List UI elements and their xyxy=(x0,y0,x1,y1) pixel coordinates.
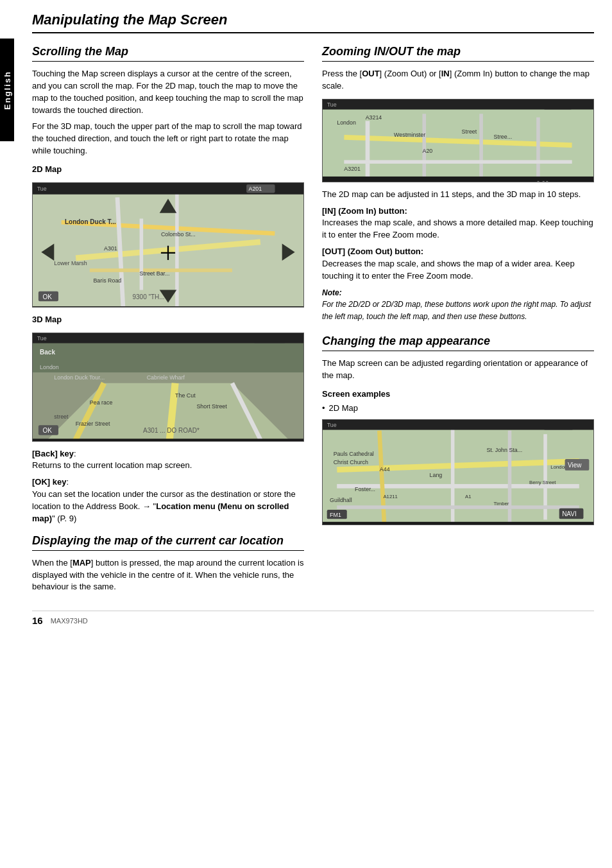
page-footer: 16 MAX973HD xyxy=(32,611,594,626)
svg-text:OK: OK xyxy=(43,293,53,300)
screen-examples-label: Screen examples xyxy=(322,388,594,401)
svg-text:View: View xyxy=(568,462,582,469)
svg-text:St. John Sta...: St. John Sta... xyxy=(486,447,522,453)
svg-text:9300 "TH...: 9300 "TH... xyxy=(132,293,164,300)
svg-text:London: London xyxy=(337,119,356,126)
in-button-label: [IN] (Zoom In) button: xyxy=(322,206,407,216)
back-key-text: [Back] key: Returns to the current locat… xyxy=(32,448,304,473)
zooming-title: Zooming IN/OUT the map xyxy=(322,45,594,62)
svg-text:Short Street: Short Street xyxy=(196,403,227,409)
svg-rect-71 xyxy=(323,177,593,182)
svg-text:A3214: A3214 xyxy=(366,114,382,121)
svg-text:Pauls Cathedral: Pauls Cathedral xyxy=(334,450,374,456)
svg-rect-45 xyxy=(33,333,303,343)
svg-text:Street: Street xyxy=(462,128,477,135)
back-key-label: [Back] key xyxy=(32,449,74,458)
svg-rect-95 xyxy=(323,420,593,430)
page-code: MAX973HD xyxy=(51,617,88,625)
svg-text:Baris Road: Baris Road xyxy=(93,277,121,284)
svg-text:Stree...: Stree... xyxy=(494,134,513,140)
zooming-body: Press the [OUT] (Zoom Out) or [IN] (Zomm… xyxy=(322,68,594,92)
svg-rect-80 xyxy=(337,505,579,509)
side-tab: English xyxy=(0,39,14,141)
map-2d-bullet-label: 2D Map xyxy=(329,403,359,413)
svg-rect-59 xyxy=(344,160,572,164)
svg-text:A20: A20 xyxy=(422,148,432,154)
svg-text:London: London xyxy=(40,363,59,370)
svg-text:London Duck Tour...: London Duck Tour... xyxy=(54,374,105,381)
note-text: For the 2D/2D or 2D/3D map, these button… xyxy=(322,300,591,321)
svg-text:A301: A301 xyxy=(104,245,117,252)
map-2d-bullet-item: • 2D Map xyxy=(322,403,594,413)
svg-rect-47 xyxy=(33,438,303,442)
svg-text:Cabriele Wharf: Cabriele Wharf xyxy=(147,374,185,381)
side-tab-label: English xyxy=(3,71,12,110)
svg-rect-73 xyxy=(323,420,593,525)
right-column: Zooming IN/OUT the map Press the [OUT] (… xyxy=(322,45,594,598)
svg-text:London: London xyxy=(550,464,567,469)
svg-rect-69 xyxy=(323,100,593,110)
map-2d-label: 2D Map xyxy=(32,164,304,176)
svg-text:Tue: Tue xyxy=(37,186,47,192)
svg-text:Lower Marsh: Lower Marsh xyxy=(54,259,87,266)
svg-rect-55 xyxy=(366,121,370,182)
svg-text:A1211: A1211 xyxy=(383,494,397,499)
in-button-desc: [IN] (Zoom In) button: Increases the map… xyxy=(322,205,594,242)
changing-body: The Map screen can be adjusted regarding… xyxy=(322,358,594,382)
back-key-desc: Returns to the current location map scre… xyxy=(32,460,192,470)
svg-text:London Duck T...: London Duck T... xyxy=(65,218,116,225)
scrolling-section: Scrolling the Map Touching the Map scree… xyxy=(32,45,304,525)
svg-rect-17 xyxy=(33,306,303,308)
out-button-desc: [OUT] (Zoom Out) button: Decreases the m… xyxy=(322,246,594,282)
map-3d-image: Back London London Duck Tour... Cabriele… xyxy=(32,333,304,442)
svg-text:A201: A201 xyxy=(248,186,262,192)
svg-text:A301 ... DO ROAD*: A301 ... DO ROAD* xyxy=(143,427,200,434)
svg-rect-57 xyxy=(479,114,483,181)
svg-text:street: street xyxy=(54,413,69,420)
svg-text:Colombo St...: Colombo St... xyxy=(161,231,196,238)
svg-text:OK: OK xyxy=(43,427,53,434)
note-label: Note: xyxy=(322,288,342,297)
ok-key-text: [OK] key: You can set the location under… xyxy=(32,476,304,525)
svg-text:Back: Back xyxy=(40,349,55,356)
svg-text:A44: A44 xyxy=(380,466,390,473)
zoom-map-image: London A3214 Westminster Street Stree...… xyxy=(322,99,594,182)
svg-text:FM1: FM1 xyxy=(330,512,341,518)
svg-text:Tue: Tue xyxy=(327,101,337,108)
displaying-title: Displaying the map of the current car lo… xyxy=(32,534,304,551)
svg-text:NAVI: NAVI xyxy=(562,510,577,517)
note: Note: For the 2D/2D or 2D/3D map, these … xyxy=(322,287,594,324)
svg-text:A3201: A3201 xyxy=(344,166,361,172)
changing-title: Changing the map appearance xyxy=(322,334,594,351)
svg-text:Foster...: Foster... xyxy=(355,486,375,492)
svg-text:Frazier Street: Frazier Street xyxy=(76,421,110,427)
svg-text:Pea  race: Pea race xyxy=(90,399,113,406)
bullet-dot: • xyxy=(322,403,325,413)
ok-key-label: [OK] key xyxy=(32,477,66,487)
svg-text:Timber: Timber xyxy=(494,501,509,507)
appearance-map-image: Pauls Cathedral Christ Church St. John S… xyxy=(322,419,594,525)
scrolling-body1: Touching the Map screen displays a curso… xyxy=(32,68,304,116)
page-number: 16 xyxy=(32,615,43,626)
changing-section: Changing the map appearance The Map scre… xyxy=(322,334,594,525)
out-button-label: [OUT] (Zoom Out) button: xyxy=(322,247,423,256)
displaying-section: Displaying the map of the current car lo… xyxy=(32,534,304,594)
svg-rect-6 xyxy=(140,218,144,290)
displaying-body: When the [MAP] button is pressed, the ma… xyxy=(32,557,304,594)
svg-text:Berry Street: Berry Street xyxy=(529,480,556,485)
zooming-body2: The 2D map can be adjusted in 11 steps, … xyxy=(322,189,594,201)
zooming-section: Zooming IN/OUT the map Press the [OUT] (… xyxy=(322,45,594,323)
svg-text:A1: A1 xyxy=(465,494,472,499)
svg-text:Tue: Tue xyxy=(327,422,337,428)
svg-text:Guildhall: Guildhall xyxy=(330,496,352,503)
svg-rect-4 xyxy=(175,190,179,308)
map-2d-image: London Duck T... A301 Colombo St... Lowe… xyxy=(32,182,304,308)
map-3d-label: 3D Map xyxy=(32,314,304,326)
svg-rect-99 xyxy=(323,521,593,525)
svg-text:Tue: Tue xyxy=(37,335,47,342)
svg-text:Lang: Lang xyxy=(430,471,443,478)
scrolling-body2: For the 3D map, touch the upper part of … xyxy=(32,121,304,157)
svg-text:Christ Church: Christ Church xyxy=(334,459,368,465)
svg-rect-58 xyxy=(536,117,540,181)
svg-rect-78 xyxy=(508,430,512,523)
